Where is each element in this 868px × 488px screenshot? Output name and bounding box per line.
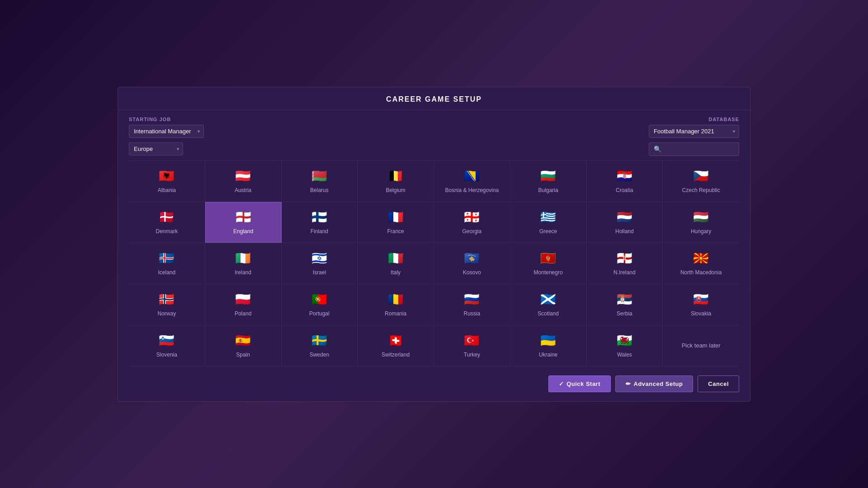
search-box[interactable]: 🔍 xyxy=(649,142,739,156)
flag-wales: 🏴󠁧󠁢󠁷󠁬󠁳󠁿 xyxy=(613,333,635,348)
advanced-setup-button[interactable]: ✏ Advanced Setup xyxy=(615,375,693,392)
country-name-label: Turkey xyxy=(464,352,480,358)
flag-georgia: 🇬🇪 xyxy=(461,210,483,225)
flag-slovakia: 🇸🇰 xyxy=(690,292,712,307)
country-cell-israel[interactable]: 🇮🇱Israel xyxy=(282,243,358,284)
flag-denmark: 🇩🇰 xyxy=(156,210,178,225)
country-cell-albania[interactable]: 🇦🇱Albania xyxy=(129,161,205,202)
country-name-label: Hungary xyxy=(691,228,711,235)
bottom-bar: ✓ Quick Start ✏ Advanced Setup Cancel xyxy=(118,366,750,392)
country-row-4: 🇸🇮Slovenia🇪🇸Spain🇸🇪Sweden🇨🇭Switzerland🇹🇷… xyxy=(129,325,739,366)
search-input[interactable] xyxy=(664,145,736,152)
flag-czech-republic: 🇨🇿 xyxy=(690,169,712,183)
database-section: DATABASE Football Manager 2021 ▾ xyxy=(649,117,739,138)
country-name-label: France xyxy=(387,228,404,235)
country-name-label: N.Ireland xyxy=(613,269,636,276)
country-cell-austria[interactable]: 🇦🇹Austria xyxy=(205,161,282,202)
country-cell-england[interactable]: 🏴󠁧󠁢󠁥󠁮󠁧󠁿England xyxy=(205,202,282,243)
country-cell-n.ireland[interactable]: 🏴󠁧󠁢󠁮󠁩󠁲󠁿N.Ireland xyxy=(587,243,663,284)
quick-start-button[interactable]: ✓ Quick Start xyxy=(548,375,611,392)
flag-norway: 🇳🇴 xyxy=(156,292,178,307)
country-name-label: Iceland xyxy=(158,269,176,276)
country-cell-greece[interactable]: 🇬🇷Greece xyxy=(510,202,587,243)
country-cell-belgium[interactable]: 🇧🇪Belgium xyxy=(358,161,434,202)
country-cell-slovakia[interactable]: 🇸🇰Slovakia xyxy=(663,284,739,325)
country-cell-wales[interactable]: 🏴󠁧󠁢󠁷󠁬󠁳󠁿Wales xyxy=(587,325,663,366)
country-name-label: Israel xyxy=(313,269,326,276)
country-cell-sweden[interactable]: 🇸🇪Sweden xyxy=(282,325,358,366)
country-cell-georgia[interactable]: 🇬🇪Georgia xyxy=(434,202,510,243)
country-name-label: Slovenia xyxy=(156,352,177,358)
country-name-label: Albania xyxy=(158,187,176,193)
flag-bosnia-herzegovina: 🇧🇦 xyxy=(461,169,483,183)
flag-romania: 🇷🇴 xyxy=(385,292,406,307)
flag-portugal: 🇵🇹 xyxy=(308,292,330,307)
country-cell-switzerland[interactable]: 🇨🇭Switzerland xyxy=(358,325,434,366)
country-name-label: Czech Republic xyxy=(682,187,720,193)
country-cell-serbia[interactable]: 🇷🇸Serbia xyxy=(587,284,663,325)
flag-spain: 🇪🇸 xyxy=(232,333,254,348)
country-name-label: Scotland xyxy=(538,310,559,317)
country-cell-belarus[interactable]: 🇧🇾Belarus xyxy=(282,161,358,202)
country-row-0: 🇦🇱Albania🇦🇹Austria🇧🇾Belarus🇧🇪Belgium🇧🇦Bo… xyxy=(129,160,739,202)
cancel-button[interactable]: Cancel xyxy=(698,375,739,392)
country-grid: 🇦🇱Albania🇦🇹Austria🇧🇾Belarus🇧🇪Belgium🇧🇦Bo… xyxy=(118,160,750,366)
starting-job-dropdown[interactable]: International Manager ▾ xyxy=(129,125,204,138)
flag-belarus: 🇧🇾 xyxy=(308,169,330,183)
country-name-label: Austria xyxy=(235,187,251,193)
country-cell-norway[interactable]: 🇳🇴Norway xyxy=(129,284,205,325)
country-name-label: Holland xyxy=(615,228,634,235)
career-game-setup-modal: CAREER GAME SETUP STARTING JOB Internati… xyxy=(118,87,750,402)
country-name-label: Portugal xyxy=(309,310,330,317)
country-cell-ireland[interactable]: 🇮🇪Ireland xyxy=(205,243,282,284)
country-row-3: 🇳🇴Norway🇵🇱Poland🇵🇹Portugal🇷🇴Romania🇷🇺Rus… xyxy=(129,284,739,325)
country-cell-croatia[interactable]: 🇭🇷Croatia xyxy=(587,161,663,202)
country-cell-czech-republic[interactable]: 🇨🇿Czech Republic xyxy=(663,161,739,202)
country-name-label: Denmark xyxy=(156,228,178,235)
country-cell-scotland[interactable]: 🏴󠁧󠁢󠁳󠁣󠁴󠁿Scotland xyxy=(510,284,587,325)
country-name-label: Sweden xyxy=(310,352,329,358)
country-cell-portugal[interactable]: 🇵🇹Portugal xyxy=(282,284,358,325)
country-name-label: Slovakia xyxy=(691,310,711,317)
country-name-label: England xyxy=(233,228,253,235)
flag-slovenia: 🇸🇮 xyxy=(156,333,178,348)
flag-kosovo: 🇽🇰 xyxy=(461,251,483,266)
flag-sweden: 🇸🇪 xyxy=(308,333,330,348)
country-cell-romania[interactable]: 🇷🇴Romania xyxy=(358,284,434,325)
flag-albania: 🇦🇱 xyxy=(156,169,178,183)
database-dropdown[interactable]: Football Manager 2021 ▾ xyxy=(649,125,739,138)
flag-belgium: 🇧🇪 xyxy=(385,169,406,183)
pick-team-later-cell[interactable]: Pick team later xyxy=(663,325,739,366)
country-cell-hungary[interactable]: 🇭🇺Hungary xyxy=(663,202,739,243)
country-cell-iceland[interactable]: 🇮🇸Iceland xyxy=(129,243,205,284)
country-cell-montenegro[interactable]: 🇲🇪Montenegro xyxy=(510,243,587,284)
country-cell-holland[interactable]: 🇳🇱Holland xyxy=(587,202,663,243)
country-name-label: Kosovo xyxy=(463,269,481,276)
flag-greece: 🇬🇷 xyxy=(538,210,559,225)
database-chevron-icon: ▾ xyxy=(733,129,735,134)
country-cell-italy[interactable]: 🇮🇹Italy xyxy=(358,243,434,284)
country-cell-ukraine[interactable]: 🇺🇦Ukraine xyxy=(510,325,587,366)
country-cell-france[interactable]: 🇫🇷France xyxy=(358,202,434,243)
country-cell-turkey[interactable]: 🇹🇷Turkey xyxy=(434,325,510,366)
region-dropdown[interactable]: Europe ▾ xyxy=(129,142,183,155)
starting-job-section: STARTING JOB International Manager ▾ xyxy=(129,117,204,138)
country-cell-bosnia-herzegovina[interactable]: 🇧🇦Bosnia & Herzegovina xyxy=(434,161,510,202)
country-cell-kosovo[interactable]: 🇽🇰Kosovo xyxy=(434,243,510,284)
country-cell-denmark[interactable]: 🇩🇰Denmark xyxy=(129,202,205,243)
country-cell-north-macedonia[interactable]: 🇲🇰North Macedonia xyxy=(663,243,739,284)
country-name-label: Wales xyxy=(617,352,632,358)
country-cell-russia[interactable]: 🇷🇺Russia xyxy=(434,284,510,325)
database-label: DATABASE xyxy=(709,117,739,122)
flag-croatia: 🇭🇷 xyxy=(613,169,635,183)
country-cell-poland[interactable]: 🇵🇱Poland xyxy=(205,284,282,325)
country-cell-bulgaria[interactable]: 🇧🇬Bulgaria xyxy=(510,161,587,202)
country-cell-spain[interactable]: 🇪🇸Spain xyxy=(205,325,282,366)
flag-hungary: 🇭🇺 xyxy=(690,210,712,225)
flag-israel: 🇮🇱 xyxy=(308,251,330,266)
flag-holland: 🇳🇱 xyxy=(613,210,635,225)
country-cell-finland[interactable]: 🇫🇮Finland xyxy=(282,202,358,243)
country-name-label: Belarus xyxy=(310,187,329,193)
country-cell-slovenia[interactable]: 🇸🇮Slovenia xyxy=(129,325,205,366)
flag-poland: 🇵🇱 xyxy=(232,292,254,307)
